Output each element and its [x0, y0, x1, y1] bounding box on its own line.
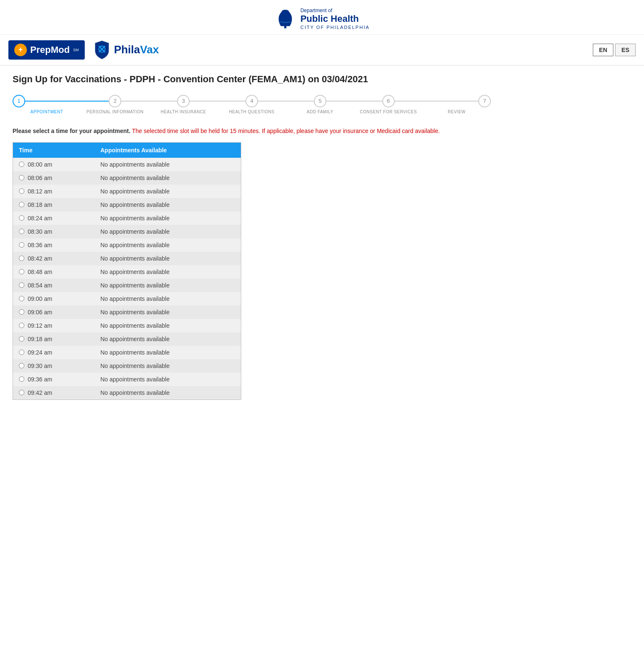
step-circle-7[interactable]: 7	[478, 95, 491, 107]
step-line-6	[422, 101, 478, 102]
main-content: Sign Up for Vaccinations - PDPH - Conven…	[0, 65, 503, 408]
time-text: 08:54 am	[28, 282, 52, 289]
table-row: 09:00 amNo appointments available	[13, 292, 241, 305]
language-buttons: EN ES	[593, 44, 636, 56]
step-circle-wrap-4: 4	[218, 95, 286, 107]
availability-cell: No appointments available	[94, 185, 241, 198]
time-text: 08:06 am	[28, 175, 52, 181]
time-text: 09:06 am	[28, 309, 52, 316]
step-line-5	[354, 101, 382, 102]
time-radio[interactable]	[19, 376, 24, 382]
time-cell: 08:36 am	[13, 238, 94, 252]
time-radio[interactable]	[19, 162, 24, 167]
time-cell: 09:24 am	[13, 346, 94, 359]
step-3: 3HEALTH INSURANCE	[149, 95, 218, 114]
time-cell: 09:36 am	[13, 373, 94, 386]
dept-logo: Department of Public Health CITY OF PHIL…	[274, 8, 370, 30]
table-header: Time Appointments Available	[13, 142, 241, 158]
table-row: 09:06 amNo appointments available	[13, 305, 241, 319]
philavax-label-2: Vax	[140, 43, 159, 56]
instruction-main: Please select a time for your appointmen…	[13, 128, 130, 134]
time-radio[interactable]	[19, 363, 24, 368]
time-text: 09:30 am	[28, 363, 52, 369]
time-cell: 08:54 am	[13, 279, 94, 292]
step-circle-4[interactable]: 4	[245, 95, 258, 107]
lang-en-button[interactable]: EN	[593, 44, 613, 56]
availability-cell: No appointments available	[94, 359, 241, 373]
table-row: 08:48 amNo appointments available	[13, 265, 241, 279]
step-label-4: HEALTH QUESTIONS	[229, 110, 274, 114]
table-row: 08:36 amNo appointments available	[13, 238, 241, 252]
step-line-after-4	[258, 101, 286, 102]
time-radio[interactable]	[19, 215, 24, 221]
table-row: 08:06 amNo appointments available	[13, 171, 241, 185]
step-circle-wrap-5: 5	[286, 95, 354, 107]
time-text: 09:24 am	[28, 349, 52, 356]
time-radio[interactable]	[19, 323, 24, 328]
dept-text: Department of Public Health CITY OF PHIL…	[300, 8, 370, 30]
time-radio[interactable]	[19, 242, 24, 248]
step-line-after-1	[25, 101, 81, 102]
table-body: 08:00 amNo appointments available08:06 a…	[13, 158, 241, 400]
step-line-after-2	[121, 101, 149, 102]
time-cell: 09:30 am	[13, 359, 94, 373]
step-circle-wrap-3: 3	[149, 95, 218, 107]
time-cell: 08:42 am	[13, 252, 94, 265]
step-label-5: ADD FAMILY	[307, 110, 334, 114]
step-line-after-6	[395, 101, 422, 102]
step-5: 5ADD FAMILY	[286, 95, 354, 114]
table-row: 09:12 amNo appointments available	[13, 319, 241, 332]
time-text: 08:12 am	[28, 188, 52, 195]
bell-icon	[274, 8, 296, 30]
time-text: 09:42 am	[28, 389, 52, 396]
time-radio[interactable]	[19, 229, 24, 234]
availability-cell: No appointments available	[94, 279, 241, 292]
step-circle-1[interactable]: 1	[13, 95, 25, 107]
time-radio[interactable]	[19, 269, 24, 274]
time-radio[interactable]	[19, 336, 24, 342]
availability-cell: No appointments available	[94, 373, 241, 386]
time-text: 09:12 am	[28, 322, 52, 329]
time-radio[interactable]	[19, 296, 24, 301]
time-radio[interactable]	[19, 350, 24, 355]
time-cell: 08:18 am	[13, 198, 94, 211]
table-row: 08:00 amNo appointments available	[13, 158, 241, 171]
time-radio[interactable]	[19, 188, 24, 194]
step-circle-5[interactable]: 5	[314, 95, 326, 107]
instruction-warning: The selected time slot will be held for …	[130, 128, 440, 134]
step-6: 6CONSENT FOR SERVICES	[354, 95, 422, 114]
time-radio[interactable]	[19, 309, 24, 315]
time-cell: 09:42 am	[13, 386, 94, 399]
philavax-text-wrap: PhilaVax	[114, 43, 159, 56]
time-radio[interactable]	[19, 202, 24, 207]
time-text: 08:24 am	[28, 215, 52, 222]
step-label-3: HEALTH INSURANCE	[161, 110, 206, 114]
time-cell: 09:12 am	[13, 319, 94, 332]
availability-cell: No appointments available	[94, 238, 241, 252]
time-text: 08:48 am	[28, 269, 52, 275]
time-text: 08:18 am	[28, 201, 52, 208]
availability-cell: No appointments available	[94, 225, 241, 238]
step-circle-wrap-6: 6	[354, 95, 422, 107]
step-circle-2[interactable]: 2	[109, 95, 121, 107]
time-radio[interactable]	[19, 175, 24, 180]
availability-cell: No appointments available	[94, 319, 241, 332]
time-cell: 09:00 am	[13, 292, 94, 305]
time-radio[interactable]	[19, 256, 24, 261]
cross-icon: +	[14, 44, 27, 56]
step-line-2	[149, 101, 177, 102]
step-line-4	[286, 101, 313, 102]
table-row: 09:18 amNo appointments available	[13, 332, 241, 346]
svg-rect-1	[284, 26, 286, 29]
availability-cell: No appointments available	[94, 171, 241, 185]
col-appts-header: Appointments Available	[94, 142, 241, 158]
step-circle-3[interactable]: 3	[177, 95, 190, 107]
dept-name-label: Public Health	[300, 13, 370, 24]
time-text: 08:36 am	[28, 242, 52, 248]
time-cell: 08:06 am	[13, 171, 94, 185]
step-circle-6[interactable]: 6	[382, 95, 395, 107]
time-radio[interactable]	[19, 282, 24, 288]
lang-es-button[interactable]: ES	[615, 44, 636, 56]
time-text: 08:30 am	[28, 228, 52, 235]
time-radio[interactable]	[19, 390, 24, 395]
